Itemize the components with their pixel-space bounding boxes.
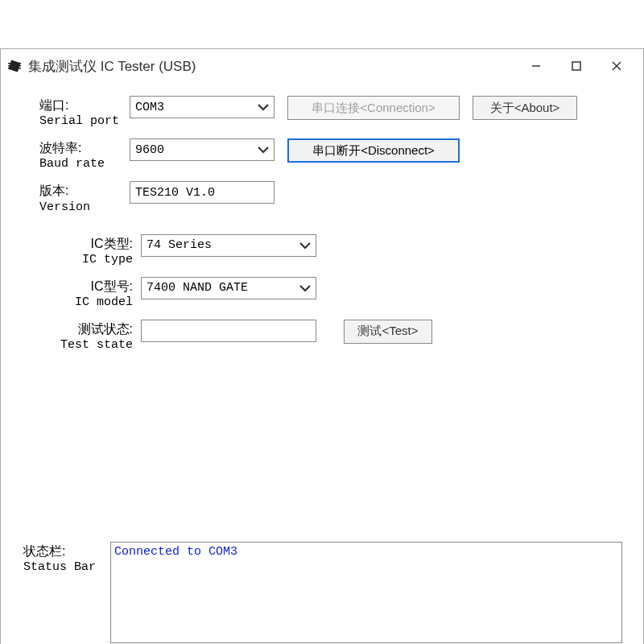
ictype-combo[interactable]: 74 Series	[141, 234, 316, 257]
connect-button-label: 串口连接<Connection>	[312, 101, 435, 116]
chevron-down-icon	[256, 100, 270, 114]
version-label-en: Version	[39, 200, 90, 214]
app-window: 集成测试仪 IC Tester (USB) 端口: Serial port CO…	[0, 48, 644, 644]
maximize-button[interactable]	[556, 50, 597, 82]
teststate-textbox[interactable]	[141, 320, 316, 342]
row-port: 端口: Serial port COM3 串口连接<Connection> 关于…	[39, 96, 621, 129]
baud-value: 9600	[135, 143, 164, 157]
row-baud: 波特率: Baud rate 9600 串口断开<Disconnect>	[39, 138, 621, 171]
row-ictype: IC类型: IC type 74 Series	[60, 234, 621, 267]
baud-combo[interactable]: 9600	[130, 138, 275, 161]
version-label-cn: 版本:	[39, 183, 130, 198]
icmodel-combo[interactable]: 7400 NAND GATE	[141, 277, 316, 299]
ictype-label-cn: IC类型:	[60, 236, 133, 251]
test-button[interactable]: 测试<Test>	[344, 320, 432, 344]
version-value: TES210 V1.0	[135, 186, 215, 200]
row-icmodel: IC型号: IC model 7400 NAND GATE	[60, 277, 621, 310]
disconnect-button[interactable]: 串口断开<Disconnect>	[287, 138, 460, 163]
ictype-label-en: IC type	[82, 253, 133, 266]
icmodel-value: 7400 NAND GATE	[147, 281, 248, 295]
chevron-down-icon	[298, 281, 312, 295]
svg-rect-3	[8, 68, 10, 69]
client-area: 端口: Serial port COM3 串口连接<Connection> 关于…	[1, 83, 643, 353]
about-button[interactable]: 关于<About>	[473, 96, 577, 120]
title-bar: 集成测试仪 IC Tester (USB)	[1, 49, 643, 83]
ictype-value: 74 Series	[147, 238, 212, 252]
svg-rect-5	[19, 65, 21, 67]
connect-button[interactable]: 串口连接<Connection>	[287, 96, 460, 120]
svg-rect-4	[19, 63, 21, 64]
teststate-label-cn: 测试状态:	[39, 321, 133, 336]
baud-label: 波特率: Baud rate	[39, 138, 130, 171]
chevron-down-icon	[298, 238, 312, 253]
version-label: 版本: Version	[39, 181, 130, 214]
port-combo[interactable]: COM3	[130, 96, 275, 118]
port-value: COM3	[135, 101, 164, 114]
svg-rect-2	[8, 65, 10, 67]
baud-label-cn: 波特率:	[39, 140, 130, 155]
svg-rect-6	[19, 68, 21, 69]
version-textbox: TES210 V1.0	[130, 181, 275, 204]
window-title: 集成测试仪 IC Tester (USB)	[28, 57, 516, 76]
statusbar-label: 状态栏: Status Bar	[23, 542, 110, 575]
minimize-button[interactable]	[516, 50, 556, 82]
port-label: 端口: Serial port	[39, 96, 130, 129]
ic-section: IC类型: IC type 74 Series IC型号: IC model 7…	[39, 234, 621, 353]
about-button-label: 关于<About>	[490, 101, 560, 116]
app-icon	[7, 59, 22, 73]
chevron-down-icon	[256, 142, 270, 157]
baud-label-en: Baud rate	[39, 157, 105, 171]
teststate-label-en: Test state	[60, 338, 133, 352]
close-button[interactable]	[597, 50, 637, 82]
svg-rect-8	[572, 62, 580, 70]
port-label-cn: 端口:	[39, 97, 130, 113]
statusbar-label-en: Status Bar	[23, 560, 96, 574]
ictype-label: IC类型: IC type	[60, 234, 141, 267]
test-button-label: 测试<Test>	[357, 324, 418, 339]
status-text: Connected to COM3	[114, 545, 237, 559]
row-teststate: 测试状态: Test state 测试<Test>	[39, 320, 621, 353]
icmodel-label-cn: IC型号:	[60, 279, 133, 294]
row-version: 版本: Version TES210 V1.0	[39, 181, 621, 214]
disconnect-button-label: 串口断开<Disconnect>	[312, 143, 435, 159]
icmodel-label: IC型号: IC model	[60, 277, 141, 310]
svg-rect-1	[8, 63, 10, 64]
teststate-label: 测试状态: Test state	[39, 320, 141, 353]
port-label-en: Serial port	[39, 114, 119, 128]
statusbar-label-cn: 状态栏:	[23, 543, 110, 559]
statusbar-box[interactable]: Connected to COM3	[110, 542, 622, 643]
icmodel-label-en: IC model	[75, 295, 133, 309]
statusbar-row: 状态栏: Status Bar Connected to COM3	[23, 542, 622, 643]
